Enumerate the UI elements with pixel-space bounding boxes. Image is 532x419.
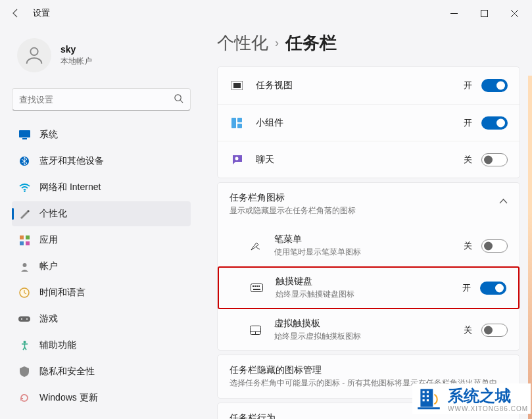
nav-gaming[interactable]: 游戏 <box>12 307 191 332</box>
chat-icon <box>230 155 244 165</box>
search-icon <box>174 93 183 106</box>
svg-point-18 <box>23 341 26 343</box>
monitor-icon <box>18 129 30 141</box>
svg-rect-27 <box>254 285 256 287</box>
svg-rect-22 <box>237 118 242 122</box>
nav-windows-update[interactable]: Windows 更新 <box>12 385 191 410</box>
svg-rect-23 <box>237 124 242 128</box>
nav-privacy[interactable]: 隐私和安全性 <box>12 359 191 384</box>
wifi-icon <box>18 182 30 193</box>
svg-point-2 <box>30 48 37 55</box>
svg-rect-37 <box>423 395 425 397</box>
nav-label: 个性化 <box>39 208 67 220</box>
svg-rect-9 <box>20 235 24 239</box>
nav-label: 应用 <box>39 234 58 246</box>
nav-time-language[interactable]: 时间和语言 <box>12 280 191 305</box>
account-icon <box>18 260 30 272</box>
toggle-state: 开 <box>464 117 472 129</box>
row-title: 笔菜单 <box>274 234 464 245</box>
row-virtual-touchpad[interactable]: 虚拟触摸板 始终显示虚拟触摸板图标 关 <box>218 310 520 350</box>
maximize-button[interactable] <box>469 0 499 26</box>
apps-icon <box>18 234 30 246</box>
svg-rect-26 <box>253 285 254 287</box>
breadcrumb-parent[interactable]: 个性化 <box>217 32 268 55</box>
svg-rect-21 <box>231 118 236 128</box>
window-title: 设置 <box>33 7 50 19</box>
toggle-pen-menu[interactable] <box>481 239 508 253</box>
svg-rect-30 <box>253 289 260 290</box>
nav-network[interactable]: 网络和 Internet <box>12 175 191 200</box>
update-icon <box>18 392 30 404</box>
nav-apps[interactable]: 应用 <box>12 228 191 253</box>
breadcrumb-current: 任务栏 <box>285 32 337 55</box>
nav-label: 蓝牙和其他设备 <box>39 155 104 167</box>
row-task-view[interactable]: 任务视图 开 <box>218 67 520 104</box>
nav-accessibility[interactable]: 辅助功能 <box>12 333 191 358</box>
row-chat[interactable]: 聊天 关 <box>218 141 520 178</box>
svg-rect-6 <box>22 138 27 139</box>
toggle-state: 关 <box>464 240 472 252</box>
watermark-text: 系统之城 <box>448 385 528 407</box>
nav-label: 时间和语言 <box>39 287 85 299</box>
svg-rect-5 <box>19 130 30 137</box>
toggle-touch-keyboard[interactable] <box>480 282 506 295</box>
maximize-icon <box>481 10 488 17</box>
row-touch-keyboard[interactable]: 触摸键盘 始终显示触摸键盘图标 开 <box>219 268 518 308</box>
widgets-icon <box>230 118 244 128</box>
toggle-virtual-touchpad[interactable] <box>481 324 508 337</box>
toggle-widgets[interactable] <box>481 116 508 130</box>
row-widgets[interactable]: 小组件 开 <box>218 104 520 141</box>
paint-icon <box>18 208 30 220</box>
touchpad-icon <box>248 326 262 335</box>
svg-point-3 <box>175 94 181 100</box>
section-title: 任务栏角图标 <box>230 192 499 204</box>
svg-rect-12 <box>26 241 30 245</box>
bluetooth-icon <box>18 155 30 167</box>
svg-rect-15 <box>18 316 30 322</box>
svg-rect-1 <box>481 10 487 16</box>
toggle-task-view[interactable] <box>481 79 508 92</box>
profile-name: sky <box>60 44 92 55</box>
search-input[interactable] <box>19 95 174 105</box>
row-title: 任务视图 <box>256 80 464 91</box>
close-icon <box>511 10 518 17</box>
clock-icon <box>18 287 30 299</box>
close-button[interactable] <box>499 0 529 26</box>
svg-rect-39 <box>423 399 425 401</box>
search-box[interactable] <box>12 88 191 111</box>
shield-icon <box>18 366 30 378</box>
nav-label: 系统 <box>39 129 58 141</box>
row-title: 小组件 <box>256 117 464 129</box>
section-corner-header[interactable]: 任务栏角图标 显示或隐藏显示在任务栏角落的图标 <box>218 183 520 226</box>
accessibility-icon <box>18 339 30 351</box>
toggle-state: 开 <box>462 282 471 294</box>
arrow-left-icon <box>11 8 21 18</box>
toggle-state: 关 <box>464 154 472 166</box>
toggle-chat[interactable] <box>481 153 508 166</box>
section-sub: 显示或隐藏显示在任务栏角落的图标 <box>230 205 499 216</box>
nav-label: Windows 更新 <box>39 392 98 404</box>
nav-label: 网络和 Internet <box>39 182 101 193</box>
nav-bluetooth[interactable]: 蓝牙和其他设备 <box>12 149 191 174</box>
keyboard-icon <box>249 283 264 292</box>
back-button[interactable] <box>3 0 29 26</box>
svg-point-24 <box>235 157 238 160</box>
svg-rect-29 <box>258 285 260 287</box>
nav-accounts[interactable]: 帐户 <box>12 254 191 279</box>
svg-rect-25 <box>251 284 262 292</box>
row-pen-menu[interactable]: 笔菜单 使用笔时显示笔菜单图标 关 <box>218 226 520 266</box>
svg-rect-11 <box>20 241 24 245</box>
toggle-state: 开 <box>464 80 472 91</box>
minimize-button[interactable] <box>439 0 469 26</box>
svg-point-17 <box>26 318 28 320</box>
nav-personalization[interactable]: 个性化 <box>12 201 191 226</box>
profile-block[interactable]: sky 本地帐户 <box>12 32 197 88</box>
svg-rect-10 <box>26 235 30 239</box>
section-title: 任务栏隐藏的图标管理 <box>230 364 508 376</box>
nav-system[interactable]: 系统 <box>12 122 191 147</box>
profile-sub: 本地帐户 <box>60 56 92 67</box>
svg-rect-34 <box>420 389 433 407</box>
toggle-state: 关 <box>464 324 472 336</box>
pen-icon <box>248 240 262 251</box>
edge-decoration <box>528 76 532 419</box>
